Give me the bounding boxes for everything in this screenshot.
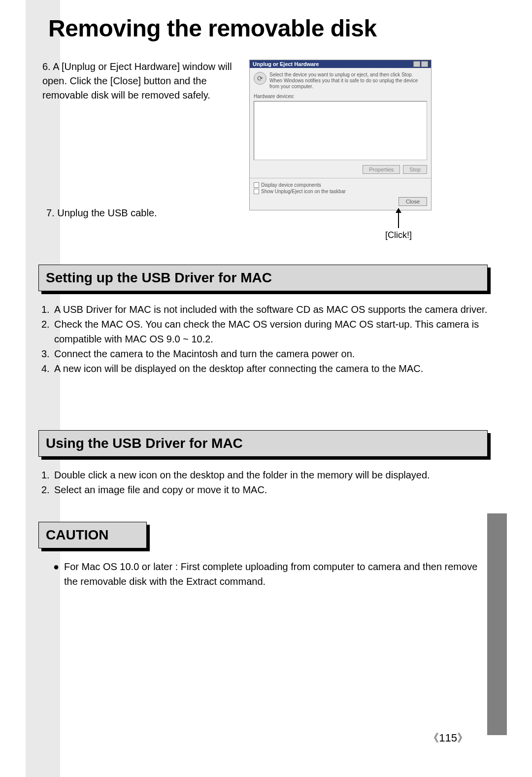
dialog-title-text: Unplug or Eject Hardware [253,61,319,67]
list-item: 3.Connect the camera to the Macintosh an… [41,346,488,361]
dialog-separator [250,178,431,178]
stop-button[interactable]: Stop [403,165,427,174]
close-button[interactable]: Close [399,197,427,206]
using-heading: Using the USB Driver for MAC [38,430,488,457]
arrow-up-icon [398,208,399,228]
setup-heading: Setting up the USB Driver for MAC [38,265,488,291]
show-tray-icon-checkbox[interactable] [254,189,259,194]
page-number: 《115》 [428,731,468,745]
display-components-checkbox[interactable] [254,182,259,188]
list-item: 1.A USB Driver for MAC is not included w… [41,302,488,317]
right-thumb-tab [487,513,507,735]
setup-list: 1.A USB Driver for MAC is not included w… [41,302,488,376]
step-6-text: A [Unplug or Eject Hardware] window will… [42,61,232,101]
device-listbox[interactable] [254,101,427,160]
dialog-instruction: Select the device you want to unplug or … [269,72,427,90]
unplug-eject-dialog: Unplug or Eject Hardware ⟳ Select the de… [249,60,432,210]
eject-icon: ⟳ [254,72,266,85]
list-item: 2.Check the MAC OS. You can check the MA… [41,317,488,346]
step-7-text: Unplug the USB cable. [57,207,157,218]
display-components-label: Display device components [261,182,321,188]
setup-heading-bar: Setting up the USB Driver for MAC [38,265,488,291]
show-tray-icon-label: Show Unplug/Eject icon on the taskbar [261,189,346,194]
close-icon[interactable] [421,61,428,67]
hardware-devices-label: Hardware devices: [254,94,427,99]
click-pointer: [Click!] [385,208,412,240]
step-7: 7. Unplug the USB cable. [46,206,239,220]
step-6-number: 6. [42,61,51,72]
list-item: 4.A new icon will be displayed on the de… [41,361,488,376]
using-list: 1.Double click a new icon on the desktop… [41,468,488,497]
page-title: Removing the removable disk [48,15,488,42]
bullet-icon: ● [53,559,64,589]
properties-button[interactable]: Properties [363,165,400,174]
step-7-number: 7. [46,207,55,218]
caution-heading-bar: CAUTION [38,522,147,548]
list-item: 1.Double click a new icon on the desktop… [41,468,488,482]
caution-list: ● For Mac OS 10.0 or later : First compl… [53,559,488,589]
help-icon[interactable] [413,61,420,67]
caution-heading: CAUTION [38,522,147,548]
click-label: [Click!] [385,230,412,240]
list-item: 2.Select an image file and copy or move … [41,482,488,497]
step-6: 6. A [Unplug or Eject Hardware] window w… [42,60,239,220]
list-item: ● For Mac OS 10.0 or later : First compl… [53,559,488,589]
dialog-titlebar: Unplug or Eject Hardware [250,60,431,68]
using-heading-bar: Using the USB Driver for MAC [38,430,488,457]
